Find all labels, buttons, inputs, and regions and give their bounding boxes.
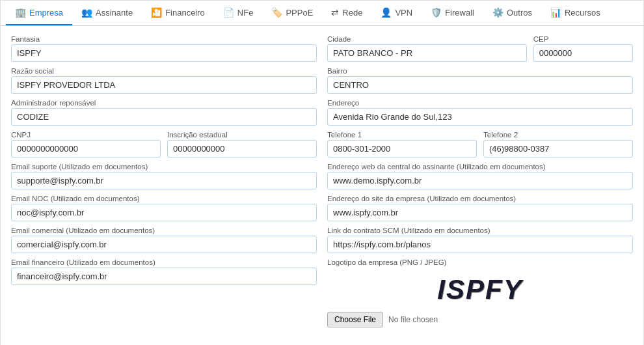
telefone2-group: Telefone 2 <box>483 131 633 158</box>
tab-vpn[interactable]: 👤 VPN <box>371 1 422 25</box>
inscricao-input[interactable] <box>167 140 317 158</box>
admin-input[interactable] <box>11 108 317 126</box>
email-comercial-label: Email comercial (Utilizado em documentos… <box>11 227 317 234</box>
telefone1-input[interactable] <box>327 140 477 158</box>
tab-assinante[interactable]: 👥 Assinante <box>72 1 142 25</box>
email-noc-label: Email NOC (Utilizado em documentos) <box>11 195 317 202</box>
admin-label: Administrador reponsável <box>11 99 317 107</box>
tab-rede[interactable]: ⇄ Rede <box>322 1 371 25</box>
cidade-cep-row: Cidade CEP <box>327 35 633 67</box>
email-suporte-group: Email suporte (Utilizado em documentos) <box>11 163 317 189</box>
email-web-group: Endereço web da central do assinante (Ut… <box>327 163 633 189</box>
cidade-input[interactable] <box>327 44 527 62</box>
cep-label: CEP <box>533 35 633 43</box>
assinante-icon: 👥 <box>81 7 92 18</box>
cnpj-inscricao-row: CNPJ Inscrição estadual <box>11 131 317 163</box>
file-input-row: Choose File No file chosen <box>327 312 633 327</box>
fantasia-group: Fantasia <box>11 35 317 62</box>
email-suporte-label: Email suporte (Utilizado em documentos) <box>11 163 317 171</box>
choose-file-button[interactable]: Choose File <box>327 312 383 327</box>
tab-bar: 🏢 Empresa 👥 Assinante 🎦 Financeiro 📄 NFe… <box>1 1 643 26</box>
admin-group: Administrador reponsável <box>11 99 317 126</box>
email-web-input[interactable] <box>327 172 633 189</box>
telefone2-input[interactable] <box>483 140 633 158</box>
email-suporte-input[interactable] <box>11 172 317 189</box>
no-file-label: No file chosen <box>388 315 438 324</box>
empresa-icon: 🏢 <box>15 7 26 18</box>
recursos-icon: 📊 <box>550 7 561 18</box>
cnpj-group: CNPJ <box>11 131 161 158</box>
outros-icon: ⚙️ <box>492 7 503 18</box>
tab-nfe[interactable]: 📄 NFe <box>214 1 263 25</box>
email-comercial-group: Email comercial (Utilizado em documentos… <box>11 227 317 253</box>
tab-financeiro[interactable]: 🎦 Financeiro <box>142 1 214 25</box>
endereco-input[interactable] <box>327 108 633 126</box>
email-noc-input[interactable] <box>11 204 317 221</box>
razao-group: Razão social <box>11 67 317 94</box>
bairro-input[interactable] <box>327 76 633 94</box>
link-contrato-input[interactable] <box>327 236 633 253</box>
link-contrato-group: Link do contrato SCM (Utilizado em docum… <box>327 227 633 253</box>
cnpj-input[interactable] <box>11 140 161 158</box>
fantasia-input[interactable] <box>11 44 317 62</box>
email-financeiro-label: Email financeiro (Utilizado em documento… <box>11 258 317 266</box>
rede-icon: ⇄ <box>331 7 339 18</box>
email-comercial-input[interactable] <box>11 236 317 253</box>
cep-group: CEP <box>533 35 633 62</box>
logo-display: ISPFY <box>327 268 633 309</box>
cep-input[interactable] <box>533 44 633 62</box>
tab-pppoe[interactable]: 🏷️ PPPoE <box>262 1 322 25</box>
razao-label: Razão social <box>11 67 317 75</box>
tab-recursos[interactable]: 📊 Recursos <box>541 1 610 25</box>
site-group: Endereço do site da empresa (Utilizado e… <box>327 195 633 221</box>
vpn-icon: 👤 <box>381 7 392 18</box>
content-area: Fantasia Razão social Administrador repo… <box>1 26 643 342</box>
firewall-icon: 🛡️ <box>431 7 442 18</box>
endereco-label: Endereço <box>327 99 633 107</box>
bairro-group: Bairro <box>327 67 633 94</box>
tab-empresa[interactable]: 🏢 Empresa <box>6 1 72 25</box>
email-financeiro-input[interactable] <box>11 268 317 285</box>
left-column: Fantasia Razão social Administrador repo… <box>11 35 317 333</box>
email-financeiro-group: Email financeiro (Utilizado em documento… <box>11 258 317 285</box>
email-web-label: Endereço web da central do assinante (Ut… <box>327 163 633 171</box>
logotipo-label: Logotipo da empresa (PNG / JPEG) <box>327 258 633 266</box>
link-contrato-label: Link do contrato SCM (Utilizado em docum… <box>327 227 633 234</box>
pppoe-icon: 🏷️ <box>271 7 282 18</box>
telefone1-label: Telefone 1 <box>327 131 477 139</box>
razao-input[interactable] <box>11 76 317 94</box>
logo-image: ISPFY <box>437 274 522 305</box>
telefones-row: Telefone 1 Telefone 2 <box>327 131 633 163</box>
financeiro-icon: 🎦 <box>151 7 162 18</box>
tab-outros[interactable]: ⚙️ Outros <box>483 1 541 25</box>
logotipo-group: Logotipo da empresa (PNG / JPEG) ISPFY C… <box>327 258 633 327</box>
telefone2-label: Telefone 2 <box>483 131 633 139</box>
cnpj-label: CNPJ <box>11 131 161 139</box>
cidade-group: Cidade <box>327 35 527 62</box>
nfe-icon: 📄 <box>223 7 234 18</box>
inscricao-label: Inscrição estadual <box>167 131 317 139</box>
telefone1-group: Telefone 1 <box>327 131 477 158</box>
site-label: Endereço do site da empresa (Utilizado e… <box>327 195 633 202</box>
cidade-label: Cidade <box>327 35 527 43</box>
right-column: Cidade CEP Bairro Endereço <box>327 35 633 333</box>
fantasia-label: Fantasia <box>11 35 317 43</box>
inscricao-group: Inscrição estadual <box>167 131 317 158</box>
endereco-group: Endereço <box>327 99 633 126</box>
bairro-label: Bairro <box>327 67 633 75</box>
email-noc-group: Email NOC (Utilizado em documentos) <box>11 195 317 221</box>
site-input[interactable] <box>327 204 633 221</box>
tab-firewall[interactable]: 🛡️ Firewall <box>422 1 483 25</box>
